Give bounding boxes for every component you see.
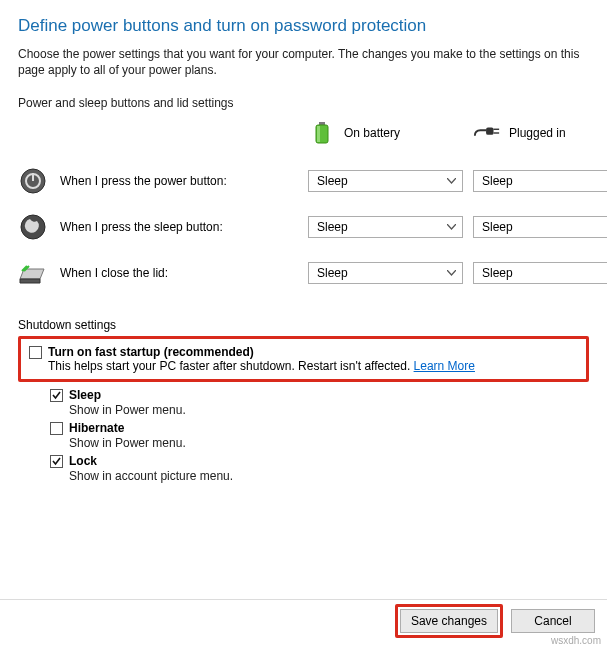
chevron-down-icon — [446, 176, 456, 186]
option-hibernate-desc: Show in Power menu. — [69, 436, 589, 450]
dropdown-power-battery[interactable]: Sleep — [308, 170, 463, 192]
save-button[interactable]: Save changes — [400, 609, 498, 633]
option-hibernate-title: Hibernate — [69, 421, 124, 435]
dropdown-lid-battery[interactable]: Sleep — [308, 262, 463, 284]
row-label-sleep: When I press the sleep button: — [60, 220, 223, 234]
highlight-fast-startup: Turn on fast startup (recommended) This … — [18, 336, 589, 382]
chevron-down-icon — [446, 268, 456, 278]
dropdown-sleep-plugged[interactable]: Sleep — [473, 216, 607, 238]
checkbox-hibernate[interactable] — [50, 422, 63, 435]
option-lock-desc: Show in account picture menu. — [69, 469, 589, 483]
dropdown-power-plugged[interactable]: Sleep — [473, 170, 607, 192]
page-title: Define power buttons and turn on passwor… — [18, 16, 589, 36]
watermark: wsxdh.com — [551, 635, 601, 646]
battery-icon — [308, 122, 336, 144]
dropdown-value: Sleep — [317, 266, 348, 280]
column-header-plugged: Plugged in — [473, 116, 607, 158]
lid-icon — [18, 258, 48, 288]
svg-rect-3 — [317, 126, 320, 142]
cancel-button[interactable]: Cancel — [511, 609, 595, 633]
option-sleep-desc: Show in Power menu. — [69, 403, 589, 417]
column-header-battery: On battery — [308, 116, 463, 158]
svg-marker-14 — [20, 279, 40, 283]
section-shutdown-label: Shutdown settings — [18, 318, 589, 332]
dropdown-value: Sleep — [482, 220, 513, 234]
sleep-button-icon — [18, 212, 48, 242]
svg-rect-4 — [486, 128, 493, 135]
checkbox-fast-startup[interactable] — [29, 346, 42, 359]
power-button-icon — [18, 166, 48, 196]
dropdown-value: Sleep — [317, 220, 348, 234]
highlight-save-button: Save changes — [395, 604, 503, 638]
page-subtitle: Choose the power settings that you want … — [18, 46, 589, 78]
checkbox-lock[interactable] — [50, 455, 63, 468]
plug-icon — [473, 122, 501, 144]
dropdown-sleep-battery[interactable]: Sleep — [308, 216, 463, 238]
checkbox-sleep[interactable] — [50, 389, 63, 402]
row-label-lid: When I close the lid: — [60, 266, 168, 280]
learn-more-link[interactable]: Learn More — [414, 359, 475, 373]
column-header-battery-label: On battery — [344, 126, 400, 140]
column-header-plugged-label: Plugged in — [509, 126, 566, 140]
dropdown-value: Sleep — [317, 174, 348, 188]
row-label-power: When I press the power button: — [60, 174, 227, 188]
footer-separator — [0, 599, 607, 600]
fast-startup-title: Turn on fast startup (recommended) — [48, 345, 475, 359]
dropdown-lid-plugged[interactable]: Sleep — [473, 262, 607, 284]
fast-startup-desc: This helps start your PC faster after sh… — [48, 359, 414, 373]
chevron-down-icon — [446, 222, 456, 232]
dropdown-value: Sleep — [482, 174, 513, 188]
section-buttons-label: Power and sleep buttons and lid settings — [18, 96, 589, 110]
option-sleep-title: Sleep — [69, 388, 101, 402]
dropdown-value: Sleep — [482, 266, 513, 280]
option-lock-title: Lock — [69, 454, 97, 468]
